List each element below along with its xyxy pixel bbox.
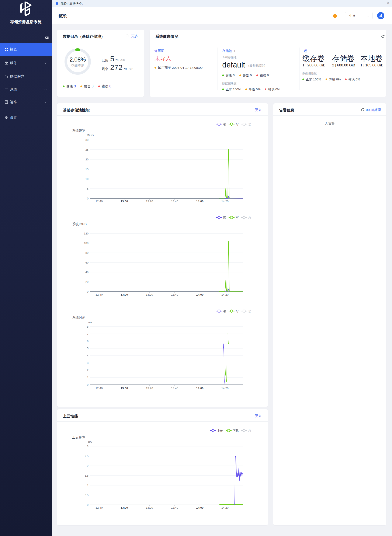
svg-text:1.5: 1.5 [85, 474, 89, 477]
svg-text:读: 读 [223, 216, 226, 219]
svg-text:14:00: 14:00 [196, 200, 204, 203]
svg-text:系统时延: 系统时延 [72, 316, 85, 319]
svg-text:3: 3 [87, 361, 89, 364]
svg-text:1: 1 [87, 484, 89, 487]
svg-text:上云带宽: 上云带宽 [72, 435, 85, 439]
svg-text:13:40: 13:40 [171, 387, 178, 390]
svg-text:系统带宽: 系统带宽 [72, 129, 85, 132]
svg-text:0: 0 [87, 383, 89, 387]
svg-text:13:00: 13:00 [121, 200, 128, 203]
svg-text:14:00: 14:00 [196, 387, 204, 390]
svg-text:0.5: 0.5 [85, 494, 89, 497]
svg-text:0: 0 [87, 503, 89, 507]
svg-text:13:00: 13:00 [121, 293, 128, 296]
svg-text:4: 4 [87, 354, 89, 357]
svg-text:13:40: 13:40 [171, 506, 178, 509]
svg-text:5: 5 [87, 347, 89, 350]
svg-text:总: 总 [248, 216, 251, 219]
svg-text:2: 2 [87, 368, 89, 372]
svg-text:20: 20 [85, 158, 89, 161]
svg-text:13:20: 13:20 [146, 387, 153, 390]
svg-text:6: 6 [87, 340, 89, 343]
svg-text:13:20: 13:20 [146, 200, 153, 203]
svg-text:MiB/s: MiB/s [87, 134, 94, 137]
svg-text:14:20: 14:20 [221, 293, 229, 296]
svg-text:120: 120 [84, 232, 89, 235]
svg-text:0: 0 [87, 197, 89, 200]
svg-text:2: 2 [87, 464, 89, 467]
svg-text:14:20: 14:20 [221, 506, 229, 509]
svg-text:读: 读 [223, 309, 226, 313]
svg-text:写: 写 [236, 309, 238, 313]
svg-text:2.5: 2.5 [85, 455, 89, 458]
svg-text:14:20: 14:20 [221, 387, 229, 390]
svg-text:10: 10 [85, 177, 89, 181]
svg-text:读: 读 [223, 122, 226, 126]
svg-text:12:40: 12:40 [95, 387, 103, 390]
svg-text:15: 15 [85, 168, 89, 171]
svg-text:100: 100 [84, 242, 89, 245]
svg-text:1: 1 [87, 376, 89, 379]
svg-text:13:20: 13:20 [146, 293, 153, 296]
svg-text:13:20: 13:20 [146, 506, 153, 509]
svg-text:3: 3 [87, 445, 89, 448]
svg-text:总: 总 [248, 122, 251, 126]
svg-text:下载: 下载 [233, 429, 238, 432]
svg-text:80: 80 [85, 251, 89, 254]
svg-text:写: 写 [236, 216, 238, 219]
svg-text:ms: ms [88, 321, 92, 324]
svg-text:13:00: 13:00 [121, 506, 128, 509]
svg-text:12:40: 12:40 [95, 293, 103, 296]
svg-text:上传: 上传 [217, 429, 223, 432]
svg-text:60: 60 [85, 261, 89, 264]
svg-text:14:20: 14:20 [221, 200, 229, 203]
svg-text:20: 20 [85, 280, 89, 284]
svg-text:13:40: 13:40 [171, 293, 178, 296]
svg-text:40: 40 [85, 270, 89, 274]
svg-text:总: 总 [248, 429, 251, 432]
svg-text:8: 8 [87, 325, 89, 328]
svg-text:0: 0 [87, 290, 89, 293]
svg-text:14:00: 14:00 [196, 293, 204, 296]
svg-text:12:40: 12:40 [95, 506, 103, 509]
svg-text:30: 30 [85, 138, 89, 141]
svg-text:13:00: 13:00 [121, 387, 128, 390]
svg-text:系统IOPS: 系统IOPS [72, 222, 87, 226]
svg-text:14:00: 14:00 [196, 506, 204, 509]
svg-text:12:40: 12:40 [95, 200, 103, 203]
svg-text:25: 25 [85, 148, 89, 151]
svg-text:B/s: B/s [88, 440, 92, 443]
svg-text:13:40: 13:40 [171, 200, 178, 203]
svg-text:写: 写 [236, 122, 238, 126]
svg-text:5: 5 [87, 187, 89, 190]
svg-text:总: 总 [248, 309, 251, 313]
svg-text:7: 7 [87, 332, 89, 336]
